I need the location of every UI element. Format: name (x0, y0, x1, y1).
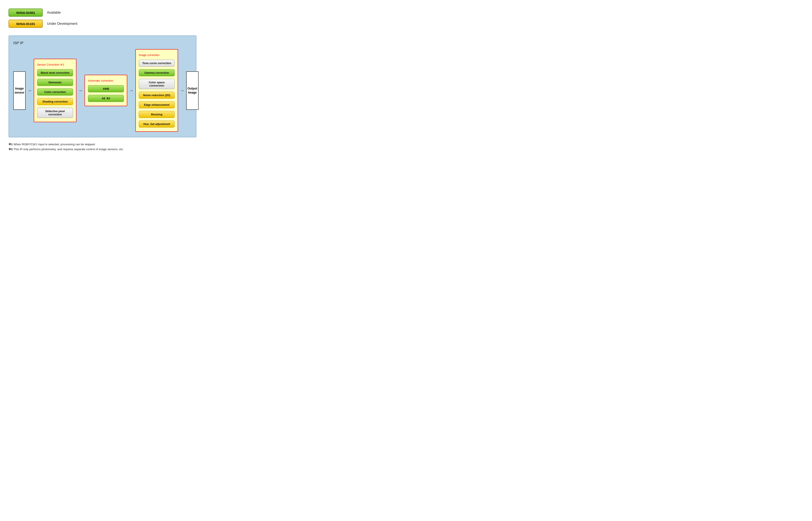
arrow-sensor: → (26, 88, 34, 93)
arrow-1: → (127, 88, 135, 93)
btn-color-correction: Color correction (37, 88, 73, 95)
legend-item-shsa-01101: SHSA-01101Under Development (8, 20, 196, 28)
legend-status-shsa-01101: Under Development (47, 22, 77, 26)
image-sensor-box: Image sensor (13, 71, 26, 110)
block-image-correction: Image correctionTone curve correctionGam… (135, 49, 178, 132)
btn-black-level-correction: Black level correction (37, 69, 73, 76)
footnote: ※1 When RGB/YCbCr input is selected, pro… (8, 142, 196, 147)
footnote-ref: ※2 (8, 148, 14, 151)
block-title-sensor-correction: Sensor Correction ※1 (37, 63, 73, 66)
legend-badge-shsa-01101: SHSA-01101 (8, 20, 43, 28)
block-sensor-correction: Sensor Correction ※1Black level correcti… (34, 59, 76, 122)
isp-container: ISP IP Image sensor→Sensor Correction ※1… (8, 36, 196, 137)
btn-resizing: Resizing (139, 111, 175, 118)
arrow-output: → (178, 88, 186, 93)
btn-hue--sat-adjustment: Hue, Sat adjustment (139, 120, 175, 128)
block-automatic-correction: Automatic correctionAWBAE ※2 (85, 75, 127, 106)
block-title-image-correction: Image correction (139, 53, 175, 56)
legend-item-shsa-01001: SHSA-01001Available (8, 8, 196, 17)
block-title-automatic-correction: Automatic correction (88, 79, 124, 82)
btn-list-automatic-correction: AWBAE ※2 (88, 85, 124, 102)
footnote: ※2 This IP only performs photometry, and… (8, 147, 196, 152)
arrow-0: → (76, 88, 85, 93)
btn-gamma-correction: Gamma correction (139, 69, 175, 76)
footnote-text: This IP only performs photometry, and re… (14, 148, 124, 151)
output-image-box: Output Image (186, 71, 198, 110)
btn-color-space-conversion: Color space conversion (139, 79, 175, 89)
btn-ae--2: AE ※2 (88, 95, 124, 102)
isp-title: ISP IP (13, 41, 192, 45)
btn-tone-curve-correction: Tone curve correction (139, 60, 175, 67)
footnotes: ※1 When RGB/YCbCr input is selected, pro… (8, 142, 196, 152)
footnote-text: When RGB/YCbCr input is selected, proces… (14, 143, 95, 146)
btn-list-image-correction: Tone curve correctionGamma correctionCol… (139, 60, 175, 128)
btn-awb: AWB (88, 85, 124, 92)
footnote-ref: ※1 (8, 143, 14, 146)
btn-edge-enhancement: Edge enhancement (139, 101, 175, 108)
btn-noise-reduction--2d-: Noise reduction (2D) (139, 92, 175, 99)
legend: SHSA-01001AvailableSHSA-01101Under Devel… (8, 8, 196, 28)
btn-demosaic: Demosaic (37, 79, 73, 86)
legend-status-shsa-01001: Available (47, 11, 61, 15)
btn-defective-pixel-correction: Defective pixel correction (37, 108, 73, 118)
pipeline: Image sensor→Sensor Correction ※1Black l… (13, 49, 192, 132)
legend-badge-shsa-01001: SHSA-01001 (8, 8, 43, 17)
btn-list-sensor-correction: Black level correctionDemosaicColor corr… (37, 69, 73, 118)
btn-shading-correction: Shading correction (37, 98, 73, 105)
